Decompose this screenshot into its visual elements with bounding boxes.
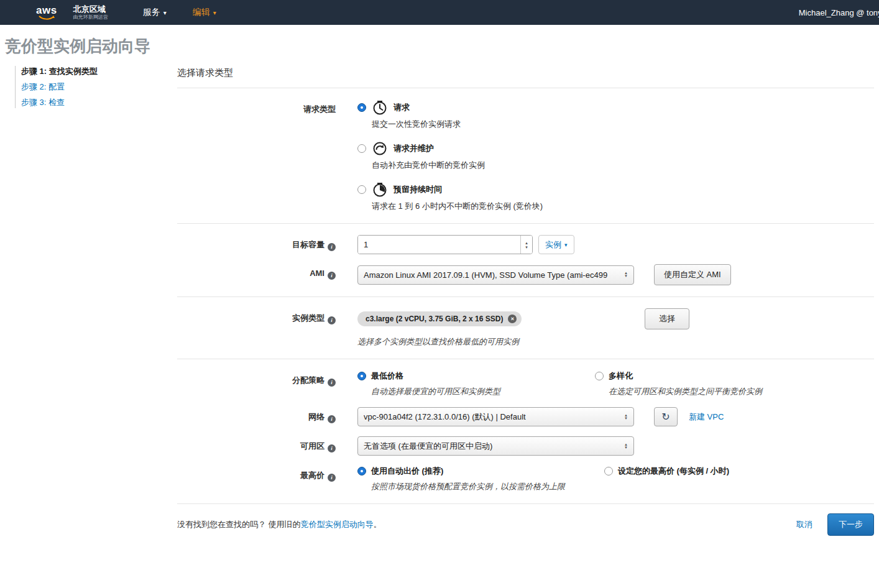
- ami-selected-value: Amazon Linux AMI 2017.09.1 (HVM), SSD Vo…: [364, 270, 619, 280]
- diversified-desc: 在选定可用区和实例类型之间平衡竞价实例: [609, 386, 762, 397]
- step-3-review[interactable]: 步骤 3: 检查: [21, 97, 177, 108]
- lowest-price-radio[interactable]: [357, 372, 366, 380]
- target-capacity-input[interactable]: [358, 236, 520, 254]
- old-wizard-link[interactable]: 竞价型实例启动向导: [301, 520, 374, 529]
- ami-label: AMI: [310, 269, 324, 278]
- network-select[interactable]: vpc-901a04f2 (172.31.0.0/16) (默认) | Defa…: [357, 407, 634, 426]
- request-type-radio-request[interactable]: [357, 103, 366, 112]
- request-type-option-request: 请求 提交一次性竞价实例请求: [357, 99, 874, 130]
- aws-logo[interactable]: aws: [36, 5, 57, 21]
- services-menu-label: 服务: [143, 7, 160, 18]
- edit-menu-label: 编辑: [193, 7, 210, 18]
- ami-select[interactable]: Amazon Linux AMI 2017.09.1 (HVM), SSD Vo…: [357, 265, 634, 285]
- region-selector[interactable]: 北京区域 由光环新网运营: [73, 5, 108, 20]
- info-icon[interactable]: i: [328, 444, 336, 452]
- lowest-price-desc: 自动选择最便宜的可用区和实例类型: [371, 386, 595, 397]
- lowest-price-title: 最低价格: [371, 370, 403, 382]
- stepper-up-icon[interactable]: ▴: [525, 241, 528, 245]
- max-price-option-custom: 设定您的最高价 (每实例 / 小时): [604, 466, 729, 492]
- chevron-down-icon: ▾: [213, 9, 216, 16]
- target-capacity-label: 目标容量: [292, 240, 324, 249]
- availability-zone-label: 可用区: [300, 441, 324, 451]
- maintain-clock-icon: [372, 140, 388, 157]
- request-type-desc: 提交一次性竞价实例请求: [372, 119, 874, 130]
- request-type-label: 请求类型: [177, 99, 336, 212]
- network-label: 网络: [308, 412, 324, 421]
- info-icon[interactable]: i: [328, 379, 336, 387]
- automated-bidding-title: 使用自动出价 (推荐): [371, 466, 443, 477]
- section-title: 选择请求类型: [177, 62, 874, 88]
- diversified-title: 多样化: [609, 370, 633, 382]
- select-down-icon: ▼: [624, 275, 628, 278]
- request-type-title: 预留持续时间: [393, 184, 442, 195]
- duration-clock-icon: [372, 181, 388, 198]
- select-arrows-icon: ▲ ▼: [624, 272, 628, 278]
- info-icon[interactable]: i: [328, 243, 336, 251]
- account-menu[interactable]: Michael_Zhang @ tonyxi: [799, 8, 879, 17]
- network-selected-value: vpc-901a04f2 (172.31.0.0/16) (默认) | Defa…: [364, 411, 619, 423]
- region-name: 北京区域: [73, 5, 108, 14]
- request-type-option-maintain: 请求并维护 自动补充由竞价中断的竞价实例: [357, 140, 874, 171]
- custom-max-price-title: 设定您的最高价 (每实例 / 小时): [618, 466, 729, 477]
- one-time-clock-icon: [372, 99, 388, 116]
- chevron-down-icon: ▾: [163, 9, 167, 16]
- use-custom-ami-button[interactable]: 使用自定义 AMI: [654, 264, 731, 285]
- old-wizard-note-prefix: 没有找到您在查找的吗？ 使用旧的: [177, 520, 301, 529]
- instance-type-hint: 选择多个实例类型以查找价格最低的可用实例: [357, 336, 874, 347]
- wizard-steps-sidebar: 步骤 1: 查找实例类型 步骤 2: 配置 步骤 3: 检查: [0, 62, 177, 113]
- info-icon[interactable]: i: [328, 415, 336, 423]
- create-vpc-link[interactable]: 新建 VPC: [689, 411, 724, 423]
- info-icon[interactable]: i: [328, 272, 336, 280]
- chevron-down-icon: ▾: [564, 242, 568, 248]
- region-operator: 由光环新网运营: [73, 14, 108, 20]
- request-type-desc: 自动补充由竞价中断的竞价实例: [372, 160, 874, 171]
- az-selected-value: 无首选项 (在最便宜的可用区中启动): [364, 441, 619, 452]
- allocation-strategy-label: 分配策略: [292, 375, 324, 385]
- aws-smile-icon: [38, 16, 55, 21]
- request-type-option-duration: 预留持续时间 请求在 1 到 6 小时内不中断的竞价实例 (竞价块): [357, 181, 874, 212]
- top-navbar: aws 北京区域 由光环新网运营 服务 ▾ 编辑 ▾ Michael_Zhang…: [0, 0, 879, 25]
- stepper-down-icon[interactable]: ▾: [525, 245, 528, 249]
- old-wizard-note-suffix: 。: [374, 520, 382, 529]
- request-type-desc: 请求在 1 到 6 小时内不中断的竞价实例 (竞价块): [372, 201, 874, 212]
- select-down-icon: ▼: [624, 446, 628, 449]
- old-wizard-note: 没有找到您在查找的吗？ 使用旧的竞价型实例启动向导。: [177, 519, 382, 530]
- edit-menu[interactable]: 编辑 ▾: [193, 7, 216, 18]
- next-step-button[interactable]: 下一步: [827, 513, 874, 536]
- instance-type-label: 实例类型: [292, 313, 324, 323]
- instance-type-tag: c3.large (2 vCPU, 3.75 GiB, 2 x 16 SSD) …: [357, 311, 522, 326]
- target-capacity-input-wrap: ▴ ▾: [357, 235, 533, 254]
- max-price-option-automated: 使用自动出价 (推荐) 按照市场现货价格预配置竞价实例，以按需价格为上限: [357, 466, 604, 492]
- capacity-unit-label: 实例: [545, 239, 561, 250]
- diversified-radio[interactable]: [595, 372, 604, 380]
- step-1-find-instance-type: 步骤 1: 查找实例类型: [21, 66, 177, 77]
- custom-max-price-radio[interactable]: [604, 467, 613, 475]
- allocation-option-lowest-price: 最低价格 自动选择最便宜的可用区和实例类型: [357, 370, 595, 397]
- select-arrows-icon: ▲ ▼: [624, 443, 628, 449]
- capacity-stepper[interactable]: ▴ ▾: [520, 236, 532, 254]
- step-2-configure[interactable]: 步骤 2: 配置: [21, 81, 177, 93]
- cancel-button[interactable]: 取消: [796, 519, 812, 530]
- availability-zone-select[interactable]: 无首选项 (在最便宜的可用区中启动) ▲ ▼: [357, 436, 634, 456]
- info-icon[interactable]: i: [328, 474, 336, 482]
- select-instance-type-button[interactable]: 选择: [645, 308, 689, 329]
- request-type-radio-duration[interactable]: [357, 185, 366, 194]
- instance-type-tag-label: c3.large (2 vCPU, 3.75 GiB, 2 x 16 SSD): [366, 315, 503, 323]
- allocation-option-diversified: 多样化 在选定可用区和实例类型之间平衡竞价实例: [595, 370, 762, 397]
- request-type-title: 请求: [393, 102, 410, 113]
- request-type-title: 请求并维护: [393, 143, 434, 154]
- request-type-radio-maintain[interactable]: [357, 144, 366, 153]
- automated-bidding-radio[interactable]: [357, 467, 366, 475]
- services-menu[interactable]: 服务 ▾: [143, 7, 167, 18]
- capacity-unit-dropdown[interactable]: 实例 ▾: [538, 235, 574, 254]
- aws-logo-text: aws: [36, 5, 57, 16]
- info-icon[interactable]: i: [328, 316, 336, 324]
- select-down-icon: ▼: [624, 417, 628, 420]
- select-arrows-icon: ▲ ▼: [624, 414, 628, 420]
- automated-bidding-desc: 按照市场现货价格预配置竞价实例，以按需价格为上限: [371, 481, 604, 492]
- remove-instance-type-icon[interactable]: ×: [508, 315, 517, 323]
- refresh-vpc-button[interactable]: ↻: [654, 407, 678, 426]
- refresh-icon: ↻: [661, 411, 670, 423]
- page-title: 竞价型实例启动向导: [0, 25, 879, 62]
- max-price-label: 最高价: [300, 471, 324, 480]
